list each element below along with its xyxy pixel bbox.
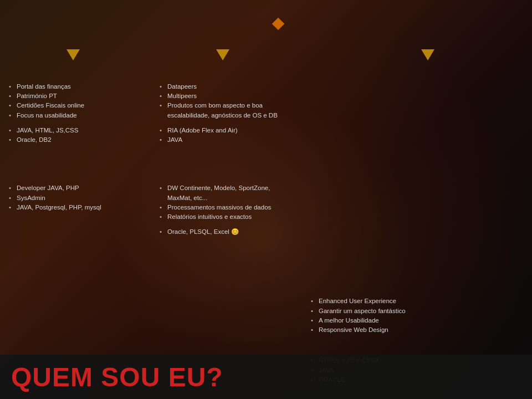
list-item: Enhanced User Experience: [311, 296, 522, 306]
dw-list: DW Continente, Modelo, SportZone, MaxMat…: [160, 183, 291, 222]
list-item: Produtos com bom aspecto e boa escalabil…: [160, 101, 291, 120]
quem-sou-text: QUEM SOU EU?: [11, 362, 223, 392]
svg-marker-10: [421, 49, 434, 60]
list-item: Oracle, PLSQL, Excel 😊: [160, 227, 291, 237]
quem-sou-white: QUEM SOU: [11, 362, 168, 392]
list-item: Focus na usabilidade: [9, 111, 141, 120]
arrow-row: [0, 47, 532, 63]
list-item: Developer JAVA, PHP: [9, 183, 141, 193]
list-item: A melhor Usabilidade: [311, 316, 522, 325]
list-item: DW Continente, Modelo, SportZone, MaxMat…: [160, 183, 291, 203]
dw-tech-list: Oracle, PLSQL, Excel 😊: [160, 227, 291, 237]
consultor-upper-list: Portal das finanças Património PT Certid…: [9, 82, 141, 120]
list-item: JAVA: [160, 135, 291, 145]
quem-sou-red: EU?: [168, 362, 223, 392]
svg-marker-8: [66, 49, 80, 60]
list-item: Datapeers: [160, 82, 291, 91]
bottom-bar: QUEM SOU EU?: [0, 355, 532, 399]
list-item: Certidões Fiscais online: [9, 101, 141, 110]
list-item: RIA (Adobe Flex and Air): [160, 126, 291, 135]
list-item: Garantir um aspecto fantástico: [311, 306, 522, 316]
list-item: Portal das finanças: [9, 82, 141, 91]
list-item: SysAdmin: [9, 193, 141, 203]
list-item: Responsive Web Design: [311, 325, 522, 335]
list-item: Oracle, DB2: [9, 135, 141, 145]
list-item: JAVA, HTML, JS,CSS: [9, 126, 141, 135]
list-item: Processamentos massivos de dados: [160, 203, 291, 212]
list-item: JAVA, Postgresql, PHP, mysql: [9, 203, 141, 212]
list-item: Relatórios intuitivos e exactos: [160, 212, 291, 222]
pm-tech-list: RIA (Adobe Flex and Air) JAVA: [160, 126, 291, 145]
list-item: Património PT: [9, 91, 141, 101]
estagiario-list: Developer JAVA, PHP SysAdmin JAVA, Postg…: [9, 183, 141, 212]
consultor-tech-list: JAVA, HTML, JS,CSS Oracle, DB2: [9, 126, 141, 145]
svg-marker-9: [216, 49, 229, 60]
pm-upper-list: Datapeers Multipeers Produtos com bom as…: [160, 82, 291, 120]
list-item: Multipeers: [160, 91, 291, 101]
ux-bullets: Enhanced User Experience Garantir um asp…: [311, 296, 522, 335]
